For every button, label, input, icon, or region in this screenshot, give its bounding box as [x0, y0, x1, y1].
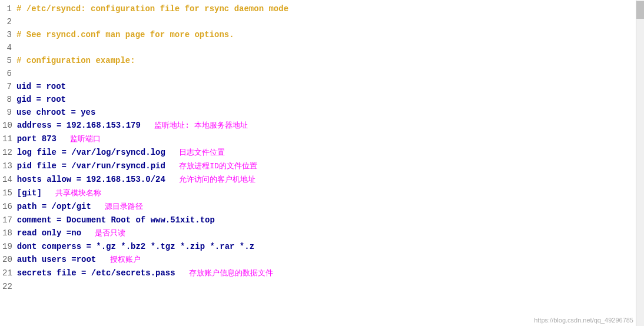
line-6: 6 [0, 67, 644, 80]
line-18: 18read only =no 是否只读 [0, 227, 644, 240]
line-content: uid = root [16, 80, 644, 93]
annotation-text: 源目录路径 [91, 202, 143, 211]
line-1: 1# /etc/rsyncd: configuration file for r… [0, 2, 644, 15]
code-area: 1# /etc/rsyncd: configuration file for r… [0, 0, 644, 326]
line-21: 21secrets file = /etc/secrets.pass 存放账户信… [0, 267, 644, 280]
line-content: use chroot = yes [16, 106, 644, 119]
code-text: address = 192.168.153.179 [17, 121, 141, 130]
comment-text: # /etc/rsyncd: configuration file for rs… [16, 4, 288, 14]
editor-container: 1# /etc/rsyncd: configuration file for r… [0, 0, 644, 326]
line-4: 4 [0, 41, 644, 54]
code-text: port 873 [17, 134, 57, 144]
code-text: [git] [17, 188, 42, 198]
line-number: 11 [0, 132, 17, 145]
line-5: 5# configuration example: [0, 54, 644, 67]
line-content: # See rsyncd.conf man page for more opti… [16, 28, 644, 41]
line-number: 8 [0, 93, 16, 106]
line-number: 9 [0, 106, 16, 119]
annotation-text: 日志文件位置 [165, 148, 225, 157]
line-number: 17 [0, 214, 17, 227]
line-number: 2 [0, 15, 16, 28]
line-content: secrets file = /etc/secrets.pass 存放账户信息的… [17, 267, 644, 280]
line-number: 22 [0, 280, 17, 293]
code-text: auth users =root [17, 255, 96, 264]
line-17: 17comment = Document Root of www.51xit.t… [0, 214, 644, 227]
annotation-text: 允许访问的客户机地址 [165, 175, 255, 184]
line-20: 20auth users =root 授权账户 [0, 253, 644, 267]
line-number: 15 [0, 187, 17, 199]
line-15: 15[git] 共享模块名称 [0, 187, 644, 200]
line-content: address = 192.168.153.179 监听地址: 本地服务器地址 [17, 119, 644, 132]
line-number: 18 [0, 227, 17, 239]
line-number: 5 [0, 54, 16, 67]
annotation-text: 是否只读 [81, 229, 125, 238]
line-number: 1 [0, 2, 16, 15]
line-3: 3# See rsyncd.conf man page for more opt… [0, 28, 644, 41]
line-16: 16path = /opt/git 源目录路径 [0, 200, 644, 214]
line-11: 11port 873 监听端口 [0, 132, 644, 146]
line-content: hosts allow = 192.168.153.0/24 允许访问的客户机地… [17, 173, 644, 187]
annotation-text: 存放进程ID的文件位置 [165, 162, 257, 171]
scrollbar-thumb[interactable] [636, 1, 644, 19]
code-text: pid file = /var/run/rsyncd.pid [17, 161, 165, 171]
line-content: log file = /var/log/rsyncd.log 日志文件位置 [17, 146, 644, 159]
watermark: https://blog.csdn.net/qq_49296785 [534, 317, 633, 324]
line-2: 2 [0, 15, 644, 28]
code-text: hosts allow = 192.168.153.0/24 [17, 175, 165, 184]
line-number: 7 [0, 80, 16, 93]
line-content: path = /opt/git 源目录路径 [17, 200, 644, 214]
annotation-text: 监听地址: 本地服务器地址 [141, 121, 248, 130]
code-text: dont comperss = *.gz *.bz2 *.tgz *.zip *… [17, 242, 254, 251]
annotation-text: 存放账户信息的数据文件 [175, 269, 273, 278]
line-14: 14hosts allow = 192.168.153.0/24 允许访问的客户… [0, 173, 644, 187]
code-text: secrets file = /etc/secrets.pass [17, 268, 175, 278]
line-content: dont comperss = *.gz *.bz2 *.tgz *.zip *… [17, 240, 644, 253]
code-text: comment = Document Root of www.51xit.top [17, 215, 215, 225]
line-number: 6 [0, 67, 16, 80]
line-number: 3 [0, 28, 16, 41]
comment-text: # See rsyncd.conf man page for more opti… [16, 30, 234, 39]
line-13: 13pid file = /var/run/rsyncd.pid 存放进程ID的… [0, 159, 644, 173]
line-22: 22 [0, 280, 644, 293]
line-9: 9use chroot = yes [0, 106, 644, 119]
line-number: 12 [0, 146, 17, 159]
line-content: auth users =root 授权账户 [17, 253, 644, 267]
annotation-text: 监听端口 [57, 135, 101, 144]
line-content: # /etc/rsyncd: configuration file for rs… [16, 2, 644, 15]
scrollbar[interactable] [636, 0, 644, 326]
annotation-text: 授权账户 [96, 255, 140, 264]
line-number: 19 [0, 240, 17, 253]
line-number: 16 [0, 200, 17, 213]
line-content: comment = Document Root of www.51xit.top [17, 214, 644, 227]
line-12: 12log file = /var/log/rsyncd.log 日志文件位置 [0, 146, 644, 159]
line-content: pid file = /var/run/rsyncd.pid 存放进程ID的文件… [17, 159, 644, 173]
code-text: log file = /var/log/rsyncd.log [17, 148, 165, 157]
line-content: port 873 监听端口 [17, 132, 644, 146]
line-7: 7uid = root [0, 80, 644, 93]
code-text: read only =no [17, 228, 81, 238]
line-8: 8gid = root [0, 93, 644, 106]
comment-text: # configuration example: [16, 56, 135, 65]
code-text: gid = root [16, 95, 66, 104]
line-content: # configuration example: [16, 54, 644, 67]
line-content: gid = root [16, 93, 644, 106]
code-text: use chroot = yes [16, 108, 95, 117]
line-number: 4 [0, 41, 16, 54]
line-19: 19dont comperss = *.gz *.bz2 *.tgz *.zip… [0, 240, 644, 253]
line-content: [git] 共享模块名称 [17, 187, 644, 200]
code-text: uid = root [16, 82, 66, 91]
line-number: 14 [0, 173, 17, 186]
line-number: 20 [0, 253, 17, 266]
line-number: 10 [0, 119, 17, 132]
line-content: read only =no 是否只读 [17, 227, 644, 240]
annotation-text: 共享模块名称 [42, 189, 101, 198]
line-number: 13 [0, 159, 17, 172]
line-number: 21 [0, 267, 17, 280]
code-text: path = /opt/git [17, 202, 91, 211]
line-10: 10address = 192.168.153.179 监听地址: 本地服务器地… [0, 119, 644, 132]
